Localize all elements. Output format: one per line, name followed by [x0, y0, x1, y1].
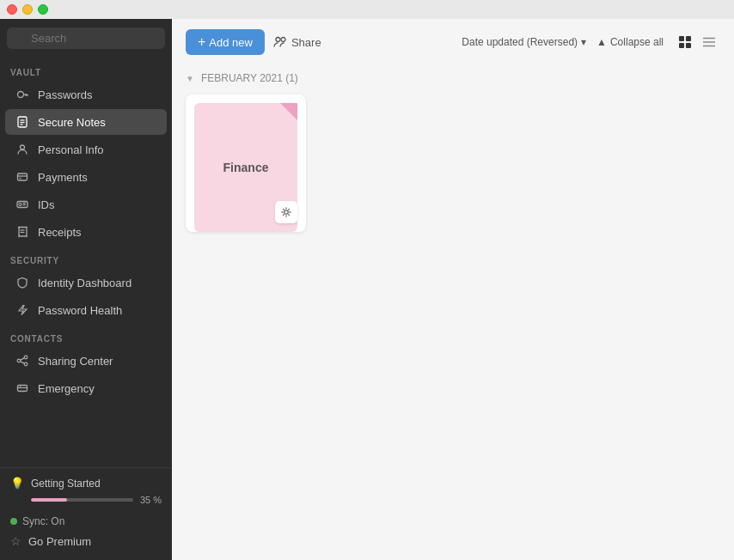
sidebar-item-emergency[interactable]: Emergency	[5, 375, 167, 401]
share-button[interactable]: Share	[273, 35, 321, 49]
sidebar-item-password-health[interactable]: Password Health	[5, 297, 167, 323]
svg-point-35	[284, 210, 288, 214]
svg-point-13	[19, 204, 21, 206]
svg-point-18	[24, 356, 28, 359]
svg-point-0	[18, 92, 24, 98]
card-grid: Finance	[186, 94, 720, 232]
svg-line-22	[21, 362, 24, 363]
search-container: 🔍	[0, 19, 172, 58]
progress-fill	[31, 498, 67, 502]
add-new-label: Add new	[209, 36, 253, 49]
shield-icon	[15, 276, 29, 289]
passwords-label: Passwords	[38, 88, 93, 101]
payments-label: Payments	[38, 171, 88, 184]
star-icon: ☆	[10, 534, 21, 548]
sidebar-item-receipts[interactable]: Receipts	[5, 219, 167, 245]
progress-bar-container: 35 %	[10, 495, 162, 505]
share-people-icon	[273, 35, 287, 49]
sync-row: Sync: On	[10, 512, 162, 531]
view-toggle	[674, 33, 720, 52]
note-card-label: Finance	[223, 161, 269, 174]
sharing-center-label: Sharing Center	[38, 355, 113, 368]
svg-rect-30	[679, 43, 684, 48]
emergency-label: Emergency	[38, 382, 95, 395]
getting-started-row: 💡 Getting Started	[10, 477, 162, 490]
note-icon	[15, 115, 29, 129]
card-icon	[15, 170, 29, 184]
title-bar	[0, 0, 734, 19]
id-icon	[15, 198, 29, 211]
grid-view-button[interactable]	[674, 33, 696, 52]
ids-label: IDs	[38, 198, 55, 211]
minimize-button[interactable]	[22, 4, 33, 15]
sort-label-text: Date updated (Reversed)	[462, 36, 578, 48]
date-group-label: FEBRUARY 2021 (1)	[201, 72, 298, 84]
svg-point-8	[21, 145, 25, 149]
collapse-all-button[interactable]: ▲ Collapse all	[596, 36, 664, 48]
sidebar-item-identity-dashboard[interactable]: Identity Dashboard	[5, 270, 167, 295]
collapse-icon: ▲	[596, 36, 607, 48]
content-area: ▼ FEBRUARY 2021 (1) Finance	[172, 65, 734, 560]
go-premium-row[interactable]: ☆ Go Premium	[10, 531, 162, 551]
sidebar-bottom: 💡 Getting Started 35 % Sync: On ☆ Go Pre…	[0, 467, 172, 560]
svg-point-19	[17, 359, 21, 362]
sidebar: 🔍 VAULT Passwords	[0, 19, 172, 560]
date-group-header: ▼ FEBRUARY 2021 (1)	[186, 72, 720, 84]
getting-started-label: Getting Started	[31, 478, 101, 490]
key-icon	[15, 88, 29, 101]
add-new-button[interactable]: + Add new	[186, 29, 265, 55]
personal-info-label: Personal Info	[38, 143, 104, 156]
toolbar-right: Date updated (Reversed) ▾ ▲ Collapse all	[462, 33, 720, 52]
sidebar-item-ids[interactable]: IDs	[5, 192, 167, 217]
svg-rect-9	[18, 173, 28, 180]
sync-dot	[10, 518, 17, 525]
date-chevron-icon: ▼	[186, 74, 194, 83]
sidebar-item-passwords[interactable]: Passwords	[5, 82, 167, 107]
note-card-corner	[280, 103, 297, 120]
share-label: Share	[291, 36, 321, 49]
sidebar-item-sharing-center[interactable]: Sharing Center	[5, 348, 167, 374]
sync-label: Sync: On	[22, 515, 64, 527]
list-view-button[interactable]	[698, 33, 720, 52]
sort-button[interactable]: Date updated (Reversed) ▾	[462, 36, 586, 48]
person-icon	[15, 143, 29, 156]
maximize-button[interactable]	[38, 4, 48, 15]
chevron-down-icon: ▾	[581, 36, 586, 48]
flash-icon	[15, 303, 29, 317]
go-premium-label: Go Premium	[28, 535, 91, 548]
receipts-label: Receipts	[38, 226, 82, 239]
svg-point-26	[276, 38, 280, 42]
receipt-icon	[15, 225, 29, 239]
svg-line-21	[21, 358, 24, 360]
emergency-icon	[15, 381, 29, 395]
svg-rect-28	[679, 36, 684, 41]
svg-rect-29	[686, 36, 691, 41]
close-button[interactable]	[7, 4, 17, 15]
toolbar: + Add new Share Date updated (Reversed)	[172, 19, 734, 65]
password-health-label: Password Health	[38, 304, 122, 317]
contacts-section-header: CONTACTS	[0, 324, 172, 347]
security-section-header: SECURITY	[0, 246, 172, 269]
progress-label: 35 %	[140, 495, 162, 505]
progress-track	[31, 498, 133, 502]
search-input[interactable]	[7, 27, 165, 49]
secure-notes-label: Secure Notes	[38, 116, 106, 129]
sidebar-item-personal-info[interactable]: Personal Info	[5, 137, 167, 162]
collapse-label: Collapse all	[610, 36, 664, 48]
svg-rect-31	[686, 43, 691, 48]
share-icon	[15, 354, 29, 368]
lightbulb-icon: 💡	[10, 477, 24, 490]
vault-section-header: VAULT	[0, 58, 172, 81]
sidebar-item-payments[interactable]: Payments	[5, 164, 167, 190]
search-wrapper: 🔍	[7, 27, 165, 49]
svg-point-20	[24, 362, 28, 366]
svg-point-25	[20, 386, 21, 387]
app-container: 🔍 VAULT Passwords	[0, 19, 734, 560]
sidebar-item-secure-notes[interactable]: Secure Notes	[5, 109, 167, 135]
note-card-finance[interactable]: Finance	[186, 94, 306, 232]
main-content: + Add new Share Date updated (Reversed)	[172, 19, 734, 560]
plus-icon: +	[198, 35, 205, 49]
identity-dashboard-label: Identity Dashboard	[38, 277, 132, 289]
gear-button[interactable]	[275, 201, 297, 223]
svg-point-27	[281, 38, 285, 42]
